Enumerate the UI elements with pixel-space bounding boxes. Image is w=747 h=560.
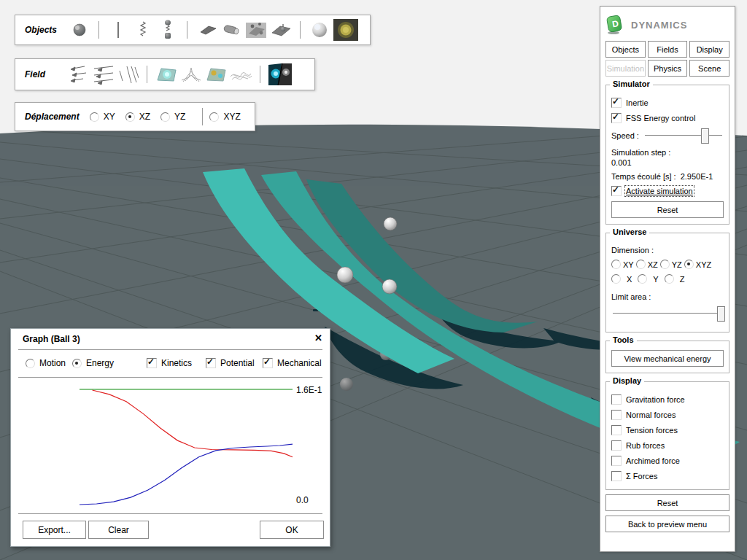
fields-nav-button[interactable]: Fields	[648, 41, 688, 58]
physics-nav-button[interactable]: Physics	[648, 60, 688, 77]
surface-ball-tool[interactable]	[268, 19, 293, 41]
inertie-checkbox[interactable]: Inertie	[611, 98, 724, 108]
checkbox-icon	[611, 425, 622, 435]
deplacement-xyz-radio[interactable]: XYZ	[209, 112, 240, 122]
kinetics-checkbox[interactable]: Kinetics	[147, 358, 192, 368]
toolbar-separator	[147, 66, 147, 83]
view-mechanical-energy-label: View mechanical energy	[624, 354, 711, 363]
radio-icon[interactable]	[660, 260, 670, 269]
line-field-tool[interactable]	[115, 63, 140, 85]
close-icon[interactable]: ✕	[314, 332, 322, 343]
axis-x-label[interactable]: X	[627, 275, 632, 284]
speed-slider-thumb[interactable]	[701, 128, 709, 144]
dim-xy-label[interactable]: XY	[623, 260, 634, 269]
sphere-tool[interactable]	[67, 19, 92, 41]
objects-nav-button[interactable]: Objects	[605, 41, 646, 58]
radio-icon	[72, 359, 82, 368]
activate-simulation-checkbox[interactable]: Activate simulation	[611, 186, 724, 196]
deplacement-xz-label: XZ	[139, 112, 150, 122]
display-nav-button[interactable]: Display	[689, 41, 729, 58]
ok-button[interactable]: OK	[260, 521, 324, 539]
dimension-label: Dimension :	[611, 246, 654, 254]
axis-y-label[interactable]: Y	[653, 275, 658, 284]
mechanical-checkbox[interactable]: Mechanical	[263, 358, 322, 368]
slider-track[interactable]	[613, 313, 722, 314]
deplacement-xz-radio[interactable]: XZ	[125, 112, 150, 122]
dim-yz-label[interactable]: YZ	[672, 260, 682, 269]
limit-area-row	[611, 306, 724, 321]
normal-forces-checkbox[interactable]: Normal forces	[611, 410, 724, 420]
dim-xz-label[interactable]: XZ	[648, 260, 658, 269]
radio-icon[interactable]	[638, 274, 647, 284]
radio-icon[interactable]	[665, 274, 674, 284]
fss-energy-checkbox[interactable]: FSS Energy control	[611, 113, 724, 123]
dim-xyz-label[interactable]: XYZ	[696, 260, 711, 269]
spot-field-tool[interactable]	[204, 63, 228, 85]
radio-icon[interactable]	[611, 274, 621, 284]
energy-radio[interactable]: Energy	[72, 358, 114, 368]
plane-glow-field-tool[interactable]	[154, 63, 179, 85]
light-sphere-tool[interactable]	[307, 19, 332, 41]
simulator-reset-button[interactable]: Reset	[611, 201, 724, 218]
speed-slider[interactable]	[643, 128, 724, 143]
uniform-arrows-tool[interactable]	[90, 63, 115, 85]
sum-forces-checkbox[interactable]: Σ Forces	[611, 471, 724, 481]
dual-glow-field-tool[interactable]	[267, 63, 293, 85]
sum-forces-label: Σ Forces	[626, 472, 657, 481]
display-nav-label: Display	[697, 45, 723, 54]
spring-mass-tool[interactable]	[155, 19, 180, 41]
deplacement-toolbar: Déplacement XY XZ YZ XYZ	[15, 102, 255, 131]
ball-1[interactable]	[384, 217, 397, 230]
deplacement-xy-radio[interactable]: XY	[90, 112, 115, 122]
sim-step-value-row: 0.001	[611, 158, 724, 167]
slider-track[interactable]	[645, 135, 722, 136]
radio-icon[interactable]	[636, 260, 646, 269]
peak-field-tool[interactable]	[179, 63, 204, 85]
ground-ball-1[interactable]	[340, 378, 353, 391]
checkbox-icon	[147, 358, 157, 368]
cylinder-tool[interactable]	[219, 19, 244, 41]
wave-field-tool[interactable]	[228, 63, 253, 85]
axis-z-label[interactable]: Z	[680, 275, 685, 284]
view-mechanical-energy-button[interactable]: View mechanical energy	[611, 350, 724, 367]
ball-2[interactable]	[337, 267, 353, 283]
tension-forces-checkbox[interactable]: Tension forces	[611, 425, 724, 435]
gravitation-force-label: Gravitation force	[626, 395, 685, 404]
radio-icon[interactable]	[684, 260, 694, 269]
limit-area-slider-thumb[interactable]	[717, 306, 725, 322]
potential-checkbox[interactable]: Potential	[206, 358, 255, 368]
peak-field-icon	[179, 65, 203, 84]
spring-tool[interactable]	[131, 19, 155, 41]
clear-label: Clear	[108, 525, 129, 535]
dual-glow-field-icon	[268, 63, 292, 85]
scene-nav-button[interactable]: Scene	[689, 60, 729, 77]
y-max-label: 1.6E-1	[296, 385, 322, 395]
plane-balls-tool[interactable]	[244, 19, 268, 41]
ok-label: OK	[285, 525, 298, 535]
limit-area-slider[interactable]	[611, 306, 724, 321]
rod-tool[interactable]	[106, 19, 131, 41]
sphere-icon	[71, 22, 88, 38]
ball-3[interactable]	[382, 279, 397, 294]
scatter-arrows-tool[interactable]	[66, 63, 90, 85]
simulator-group: Simulator Inertie FSS Energy control Spe…	[605, 85, 729, 225]
export-button[interactable]: Export...	[23, 521, 86, 539]
archimed-force-checkbox[interactable]: Archimed force	[611, 456, 724, 466]
simulation-nav-button: Simulation	[605, 60, 646, 77]
radio-icon[interactable]	[611, 260, 621, 269]
speed-label: Speed :	[611, 131, 639, 140]
deplacement-yz-radio[interactable]: YZ	[160, 112, 185, 122]
field-toolbar-label: Field	[25, 69, 45, 79]
display-reset-button[interactable]: Reset	[605, 494, 729, 511]
glow-sphere-tool[interactable]	[332, 19, 360, 41]
rub-forces-checkbox[interactable]: Rub forces	[611, 440, 724, 451]
field-toolbar: Field	[15, 58, 315, 90]
simulator-reset-label: Reset	[657, 206, 678, 214]
objects-toolbar: Objects	[15, 15, 371, 45]
motion-radio[interactable]: Motion	[26, 358, 66, 368]
back-to-preview-button[interactable]: Back to preview menu	[605, 516, 729, 532]
objects-nav-label: Objects	[612, 45, 639, 54]
plane-tool[interactable]	[194, 19, 219, 41]
clear-button[interactable]: Clear	[88, 521, 149, 539]
gravitation-force-checkbox[interactable]: Gravitation force	[611, 394, 724, 405]
